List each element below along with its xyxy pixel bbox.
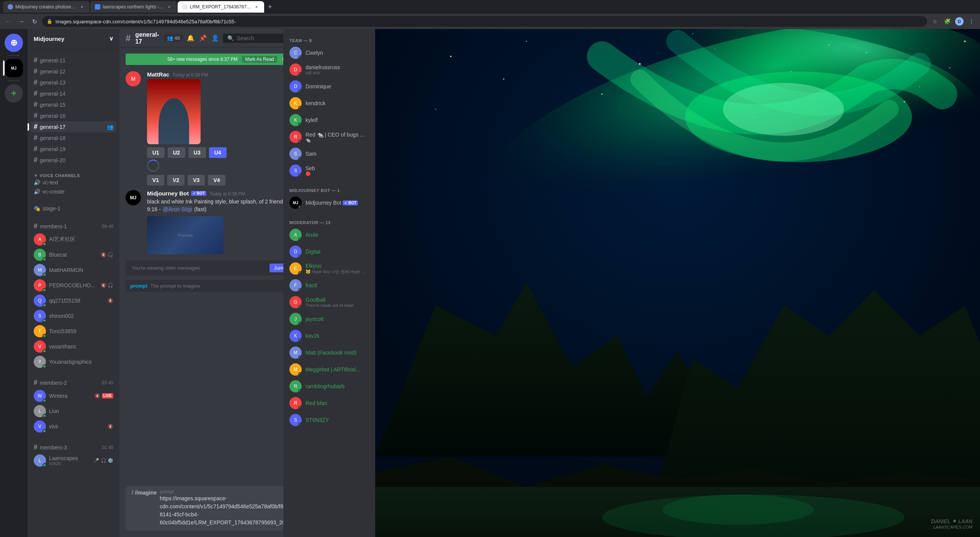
sidebar-member-kav2k[interactable]: K kav2k — [286, 327, 372, 344]
sidebar-member-seb[interactable]: S Seb 🔴 — [286, 162, 372, 179]
member-vivii[interactable]: V vivii 🔇 — [31, 419, 116, 434]
member-wintera[interactable]: W Wintera 🔇 LIVE — [31, 388, 116, 404]
sidebar-member-danielruss[interactable]: D danielrussruss still sick — [286, 61, 372, 78]
members-1-header[interactable]: # members-1 09 40 — [31, 221, 116, 232]
sidebar-member-elkyuu[interactable]: E Elkyuu 🐱 Hype boy 너만 원해 Hype ... — [286, 260, 372, 277]
server-icon-home[interactable]: ⊕ — [5, 34, 23, 52]
ch-vc-create[interactable]: 🔊 vc-create — [31, 187, 116, 196]
forward-button[interactable]: → — [16, 16, 27, 27]
sidebar-member-sam[interactable]: S Sam — [286, 145, 372, 162]
ch-general-14[interactable]: # general-14 — [31, 88, 116, 99]
mark-as-read-button[interactable]: Mark As Read — [242, 56, 277, 63]
members-3-header[interactable]: # members-3 01 40 — [31, 442, 116, 453]
slash-icon: / — [132, 489, 133, 496]
tab-close-2[interactable]: × — [166, 4, 172, 10]
reload-button[interactable]: ↻ — [29, 16, 40, 27]
ch-general-16[interactable]: # general-16 — [31, 110, 116, 121]
members-2-header[interactable]: # members-2 03 40 — [31, 377, 116, 388]
u4-button[interactable]: U4 — [209, 147, 227, 158]
sidebar-member-kylelf[interactable]: K kylelf — [286, 112, 372, 129]
back-button[interactable]: ← — [3, 16, 14, 27]
sidebar-member-st0n3zy[interactable]: S ST0N3ZY — [286, 412, 372, 428]
u3-button[interactable]: U3 — [188, 147, 206, 158]
status-online — [42, 319, 46, 322]
member-qq[interactable]: Q qq271f25158 🔇 — [31, 293, 116, 308]
midjourney-label: MJ — [11, 66, 16, 70]
voice-group-label[interactable]: ▼ VOICE CHANNELS — [31, 173, 116, 178]
member-laanscapes[interactable]: L Laanscapes #2625 🎤 🎧 ⚙️ — [31, 453, 116, 468]
menu-button[interactable]: ⋮ — [966, 16, 977, 27]
chevron-down-icon: ∨ — [109, 35, 113, 42]
v4-button[interactable]: V4 — [208, 175, 225, 186]
member-list-toggle[interactable]: 👤 — [211, 34, 220, 43]
sidebar-member-fractl[interactable]: F fractl — [286, 277, 372, 294]
sidebar-member-mj-bot[interactable]: MJ Midjourney Bot ✓ BOT — [286, 194, 372, 211]
name-danielruss: danielrussruss — [305, 64, 340, 70]
browser-tab-3[interactable]: LRM_EXPORT_17643678795693... × — [178, 1, 264, 13]
ch-general-17[interactable]: # general-17 👥 — [31, 121, 116, 132]
tab-close-1[interactable]: × — [79, 4, 85, 10]
avatar-red-ceo: R — [289, 131, 302, 143]
address-bar[interactable]: 🔒 images.squarespace-cdn.com/content/v1/… — [42, 16, 927, 27]
ch-stage-1[interactable]: 🎭 stage-1 — [31, 204, 116, 213]
member-tonci[interactable]: T Tonci53859 — [31, 324, 116, 339]
sidebar-member-digital[interactable]: D Digital — [286, 243, 372, 260]
status-mj-bot — [298, 205, 302, 209]
member-vasanthanc[interactable]: V vasanthanc — [31, 339, 116, 354]
svg-point-13 — [503, 78, 505, 80]
ch-vc-text[interactable]: 🔊 vc-text — [31, 178, 116, 187]
discord-logo: ⊕ — [10, 38, 17, 48]
sidebar-member-meggirbot[interactable]: M Meggirbot | ARTificial... — [286, 361, 372, 378]
server-header[interactable]: Midjourney ∨ — [28, 29, 119, 49]
profile-button[interactable]: D — [954, 16, 965, 27]
ch-general-13[interactable]: # general-13 — [31, 77, 116, 88]
server-icon-midjourney[interactable]: MJ — [5, 59, 23, 77]
v1-button[interactable]: V1 — [147, 175, 164, 186]
add-server-button[interactable]: + — [5, 84, 23, 103]
sidebar-member-red-ceo[interactable]: R Red 🐀 | CEO of bugs ... 🐀 — [286, 129, 372, 145]
v2-button[interactable]: V2 — [167, 175, 185, 186]
stage-channel-group: 🎭 stage-1 — [28, 198, 119, 215]
ch-general-19[interactable]: # general-19 — [31, 143, 116, 155]
sidebar-member-rambling[interactable]: R ramblingrhubarb — [286, 378, 372, 395]
member-pedro[interactable]: P PEDROCOELHO... 🔇 🎧 — [31, 278, 116, 293]
sidebar-member-goofball[interactable]: G Goofball They're made out of meat. — [286, 294, 372, 311]
status-dominique — [298, 89, 302, 93]
member-shinon[interactable]: S shinon002 — [31, 308, 116, 324]
sidebar-member-cixelyn[interactable]: C Cixelyn — [286, 44, 372, 61]
notification-settings-button[interactable]: 🔔 — [186, 34, 195, 43]
sidebar-member-kendrick[interactable]: K kendrick — [286, 95, 372, 112]
hash-icon: # — [34, 90, 38, 98]
extensions-button[interactable]: 🧩 — [942, 16, 952, 27]
browser-tab-2[interactable]: laanscapes northern lights - Go... × — [90, 1, 177, 13]
member-lion[interactable]: L Lion — [31, 404, 116, 419]
lock-icon: 🔒 — [47, 19, 52, 24]
u2-button[interactable]: U2 — [168, 147, 185, 158]
member-youan[interactable]: Y Youanartigraphics — [31, 354, 116, 369]
ch-general-20[interactable]: # general-20 — [31, 155, 116, 166]
member-bluecat[interactable]: B Bluecat 🔇 🎧 — [31, 247, 116, 262]
pin-button[interactable]: 📌 — [198, 34, 207, 43]
sidebar-member-matt-fb[interactable]: M Matt (Facebook mod) — [286, 344, 372, 361]
ch-general-11[interactable]: # general-11 — [31, 55, 116, 66]
sidebar-member-jayscott[interactable]: J jayscott — [286, 311, 372, 327]
ch-general-15[interactable]: # general-15 — [31, 99, 116, 110]
member-ai[interactable]: A AI艺术社区 — [31, 232, 116, 247]
browser-tab-1[interactable]: Midjourney creates photorealis... × — [3, 1, 90, 13]
sidebar-member-redman[interactable]: R Red Man — [286, 395, 372, 412]
member-icons-qq: 🔇 — [108, 298, 113, 303]
tab-close-3[interactable]: × — [253, 4, 260, 10]
sidebar-member-aixile[interactable]: A Aixile — [286, 226, 372, 243]
name-aixile: Aixile — [305, 232, 369, 238]
ch-general-12[interactable]: # general-12 — [31, 66, 116, 77]
sidebar-member-dominique[interactable]: D Dominique — [286, 78, 372, 95]
new-tab-button[interactable]: + — [265, 3, 275, 11]
v3-button[interactable]: V3 — [188, 175, 205, 186]
ch-general-18[interactable]: # general-18 — [31, 132, 116, 143]
bookmark-button[interactable]: ☆ — [929, 16, 940, 27]
tab-favicon-2 — [95, 4, 100, 10]
hash-icon: # — [34, 101, 38, 109]
member-mattharmon[interactable]: M MattHARMON — [31, 262, 116, 278]
channel-name: vc-create — [42, 189, 113, 195]
u1-button[interactable]: U1 — [147, 147, 165, 158]
